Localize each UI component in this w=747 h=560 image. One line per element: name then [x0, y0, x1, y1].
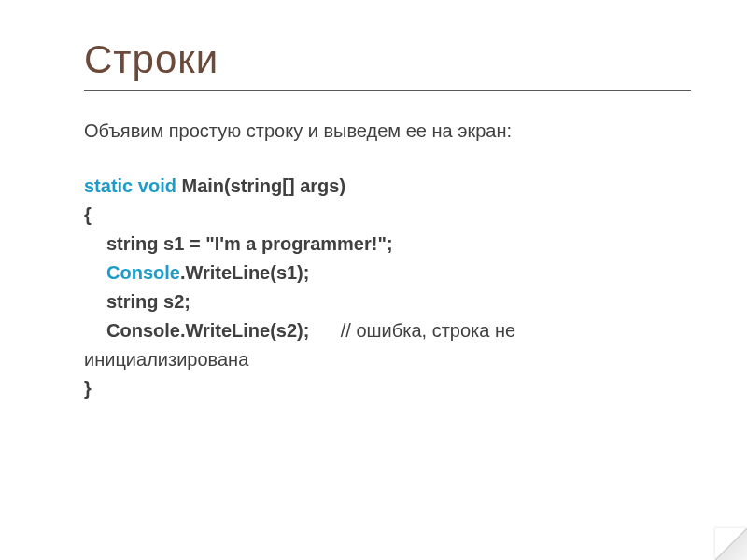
slide-title: Строки [84, 37, 691, 82]
code-block: static void Main(string[] args) { string… [84, 172, 691, 403]
code-line-console1: Console.WriteLine(s1); [84, 259, 691, 287]
code-comment: // ошибка, строка не [309, 320, 515, 341]
code-brace-close: } [84, 374, 691, 403]
code-line-s2: string s2; [84, 287, 691, 316]
code-writeline1: .WriteLine(s1); [180, 262, 310, 283]
code-line-wrap: инициализирована [84, 345, 691, 374]
code-writeline2: Console.WriteLine(s2); [106, 320, 309, 341]
page-curl-icon [715, 528, 747, 560]
title-block: Строки [84, 37, 691, 91]
code-line-s1: string s1 = "I'm a programmer!"; [84, 230, 691, 259]
intro-text: Объявим простую строку и выведем ее на э… [84, 117, 691, 146]
code-brace-open: { [84, 201, 691, 230]
slide: Строки Объявим простую строку и выведем … [0, 0, 747, 560]
keyword-static-void: static void [84, 175, 176, 196]
code-line-1: static void Main(string[] args) [84, 172, 691, 201]
code-main-sig: Main(string[] args) [176, 175, 345, 196]
slide-content: Объявим простую строку и выведем ее на э… [84, 117, 691, 403]
keyword-console: Console [106, 262, 180, 283]
title-underline [84, 90, 691, 91]
code-line-console2: Console.WriteLine(s2); // ошибка, строка… [84, 316, 691, 345]
